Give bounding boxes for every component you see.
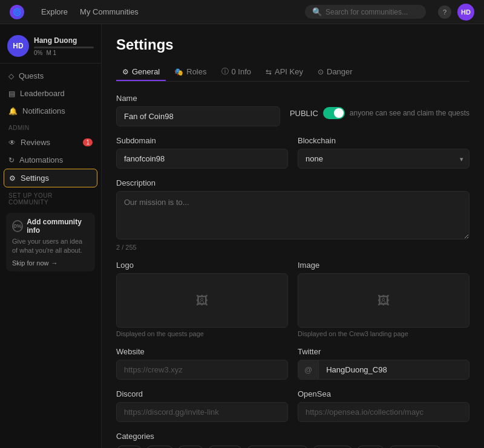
sidebar-item-notifications[interactable]: 🔔 Notifications [0,102,101,120]
reviews-badge: 1 [83,138,93,146]
opensea-input[interactable] [298,402,469,422]
logo-upload[interactable]: 🖼 [116,273,288,328]
category-tag-nft[interactable]: NFT [116,446,142,448]
user-info: Hang Duong 0% M 1 [34,36,94,56]
sidebar: HD Hang Duong 0% M 1 ◇ Quests ▤ Leaderbo… [0,24,102,448]
setup-progress-circle: 0% [12,220,23,232]
tab-info[interactable]: ⓘ 0 Info [215,63,258,82]
setup-desc: Give your users an idea of what you're a… [12,237,89,256]
category-tag-defi[interactable]: DEFI [356,446,385,448]
sidebar-item-leaderboard[interactable]: ▤ Leaderboard [0,85,101,102]
setup-skip-button[interactable]: Skip for now → [12,259,89,267]
website-label: Website [116,347,288,356]
name-label: Name [116,94,280,103]
discord-input[interactable] [116,402,288,422]
sidebar-item-quests[interactable]: ◇ Quests [0,67,101,85]
blockchain-select[interactable]: none Ethereum Polygon Solana BSC [298,149,469,169]
settings-tabs: ⚙ General 🎭 Roles ⓘ 0 Info ⇆ API Key ⊙ D… [116,63,469,82]
sidebar-item-label: Reviews [21,138,50,147]
image-placeholder-icon-2: 🖼 [378,294,390,308]
twitter-field: Twitter @ [298,347,469,380]
automations-icon: ↻ [8,156,15,164]
image-upload[interactable]: 🖼 [298,273,469,328]
sidebar-item-automations[interactable]: ↻ Automations [0,151,101,169]
tab-general-label: General [132,67,160,76]
category-tag-dao[interactable]: DAO [146,446,174,448]
user-level: 0% M 1 [34,50,94,56]
roles-tab-icon: 🎭 [174,68,183,76]
avatar: HD [7,35,29,57]
twitter-input-wrapper: @ [298,360,469,380]
blockchain-field: Blockchain none Ethereum Polygon Solana … [298,136,469,169]
top-nav: 🌀 Explore My Communities 🔍 ? HD [0,0,484,24]
char-count: 2 / 255 [116,244,469,251]
general-tab-icon: ⚙ [122,68,129,76]
categories-row: NFTDAOARTMUSICCOLLECTIBLESGAMINGDEFIMETA… [116,446,469,448]
sidebar-item-label: Notifications [22,106,65,115]
website-field: Website [116,347,288,380]
logo-image-row: Logo 🖼 Displayed on the quests page Imag… [116,261,469,337]
name-input[interactable] [116,106,280,126]
category-tag-collectibles[interactable]: COLLECTIBLES [246,446,309,448]
image-hint: Displayed on the Crew3 landing page [298,330,469,337]
opensea-label: OpenSea [298,389,469,398]
public-label: PUBLIC [290,109,318,118]
tab-roles-label: Roles [186,67,206,76]
subdomain-label: Subdomain [116,136,288,145]
settings-icon: ⚙ [9,174,16,183]
sidebar-item-label: Automations [19,155,63,164]
categories-section: Categories NFTDAOARTMUSICCOLLECTIBLESGAM… [116,432,469,448]
public-toggle[interactable] [323,107,345,119]
search-icon: 🔍 [312,7,322,16]
website-input[interactable] [116,360,288,380]
setup-community-card: 0% Add community info Give your users an… [6,213,95,271]
blockchain-select-wrapper: none Ethereum Polygon Solana BSC [298,149,469,169]
sidebar-item-label: Leaderboard [20,89,65,98]
username: Hang Duong [34,36,94,45]
opensea-field: OpenSea [298,389,469,422]
image-placeholder-icon: 🖼 [196,294,208,308]
description-textarea[interactable] [116,191,469,239]
admin-section-label: ADMIN [0,120,101,134]
discord-field: Discord [116,389,288,422]
nav-explore[interactable]: Explore [41,7,68,16]
sidebar-item-reviews[interactable]: 👁 Reviews 1 [0,134,101,151]
image-label: Image [298,261,469,270]
apikey-tab-icon: ⇆ [266,68,272,76]
twitter-input[interactable] [319,360,469,379]
search-bar[interactable]: 🔍 [305,5,426,19]
category-tag-gaming[interactable]: GAMING [312,446,353,448]
user-avatar[interactable]: HD [457,4,474,21]
main-layout: HD Hang Duong 0% M 1 ◇ Quests ▤ Leaderbo… [0,24,484,448]
danger-tab-icon: ⊙ [318,68,324,76]
sidebar-item-label: Quests [19,71,44,80]
logo-section: Logo 🖼 Displayed on the quests page [116,261,288,337]
tab-apikey[interactable]: ⇆ API Key [260,63,309,81]
category-tag-metaverse[interactable]: METAVERSE [388,446,442,448]
info-tab-icon: ⓘ [221,67,229,77]
name-section: Name PUBLIC anyone can see and claim the… [116,94,469,126]
discord-opensea-row: Discord OpenSea [116,389,469,422]
search-input[interactable] [325,8,419,16]
twitter-at-symbol: @ [298,360,319,379]
app-logo[interactable]: 🌀 [10,5,24,19]
tab-danger[interactable]: ⊙ Danger [312,63,359,81]
sidebar-user: HD Hang Duong 0% M 1 [0,31,101,63]
description-section: Description 2 / 255 [116,178,469,251]
progress-bar [34,47,94,48]
notifications-icon: 🔔 [8,107,18,115]
category-tag-music[interactable]: MUSIC [208,446,242,448]
tab-roles[interactable]: 🎭 Roles [168,63,212,81]
sidebar-item-settings[interactable]: ⚙ Settings [4,169,97,187]
tab-danger-label: Danger [327,67,353,76]
tab-general[interactable]: ⚙ General [116,63,166,81]
description-label: Description [116,178,469,187]
nav-my-communities[interactable]: My Communities [80,7,139,16]
subdomain-input[interactable] [116,149,288,169]
tab-info-label: 0 Info [232,67,252,76]
leaderboard-icon: ▤ [8,89,15,98]
reviews-icon: 👁 [8,138,16,147]
logo-hint: Displayed on the quests page [116,330,288,337]
help-button[interactable]: ? [438,5,451,19]
category-tag-art[interactable]: ART [177,446,204,448]
